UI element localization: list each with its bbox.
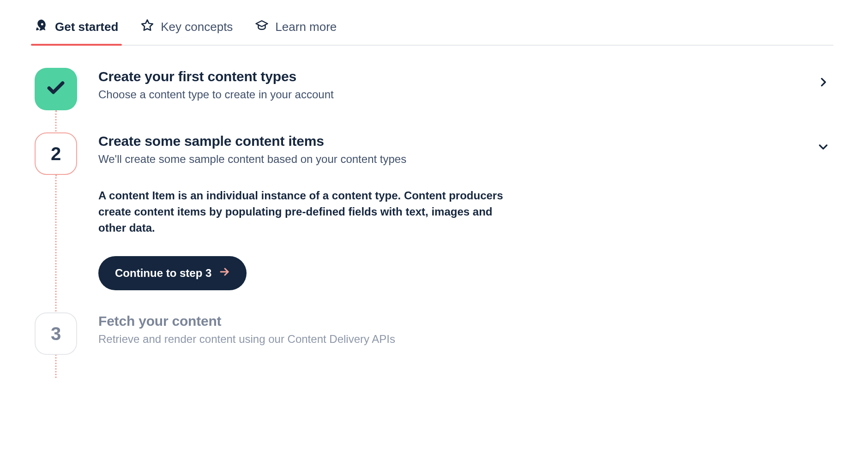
step-2[interactable]: 2 Create some sample content items We'll…	[35, 132, 833, 290]
tab-label: Key concepts	[161, 20, 233, 34]
step-title: Create your first content types	[98, 69, 792, 84]
tab-get-started[interactable]: Get started	[35, 18, 118, 45]
graduation-cap-icon	[255, 18, 269, 36]
step-title: Fetch your content	[98, 313, 792, 329]
check-icon	[46, 77, 66, 102]
step-subtitle: Retrieve and render content using our Co…	[98, 333, 792, 346]
arrow-right-icon	[219, 266, 230, 280]
onboarding-steps: Create your first content types Choose a…	[35, 68, 833, 355]
chevron-down-icon[interactable]	[817, 141, 829, 155]
tab-learn-more[interactable]: Learn more	[255, 18, 337, 45]
continue-button-label: Continue to step 3	[115, 267, 211, 280]
step-subtitle: Choose a content type to create in your …	[98, 88, 792, 101]
step-1[interactable]: Create your first content types Choose a…	[35, 68, 833, 110]
step-title: Create some sample content items	[98, 133, 792, 149]
rocket-icon	[35, 18, 48, 36]
tab-label: Get started	[55, 20, 118, 34]
step-expanded-body: A content Item is an individual instance…	[98, 188, 523, 290]
step-marker-pending: 3	[35, 312, 77, 355]
step-subtitle: We'll create some sample content based o…	[98, 153, 792, 166]
star-icon	[140, 18, 154, 36]
tab-bar: Get started Key concepts Learn more	[35, 18, 833, 46]
tab-key-concepts[interactable]: Key concepts	[140, 18, 233, 45]
step-marker-active: 2	[35, 132, 77, 175]
tab-label: Learn more	[275, 20, 337, 34]
step-description: A content Item is an individual instance…	[98, 188, 523, 236]
continue-button[interactable]: Continue to step 3	[98, 256, 247, 290]
step-3[interactable]: 3 Fetch your content Retrieve and render…	[35, 312, 833, 355]
chevron-right-icon[interactable]	[817, 76, 829, 90]
step-marker-completed	[35, 68, 77, 110]
step-number: 3	[51, 323, 61, 344]
step-number: 2	[51, 144, 61, 164]
